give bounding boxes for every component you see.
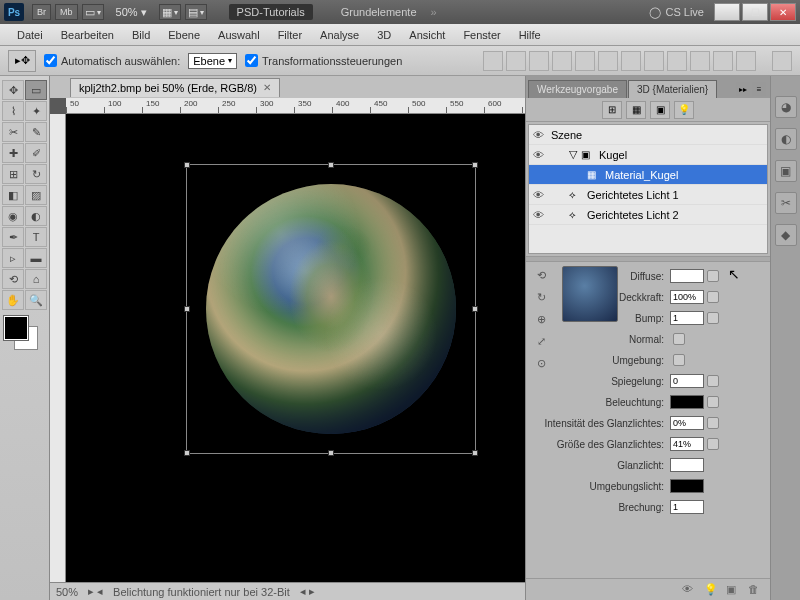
distribute-icon[interactable] <box>621 51 641 71</box>
crop-tool[interactable]: ✂ <box>2 122 24 142</box>
mat-tool-icon[interactable]: ↻ <box>532 288 550 306</box>
3d-camera-tool[interactable]: ⌂ <box>25 269 47 289</box>
texture-menu-icon[interactable] <box>707 270 719 282</box>
marquee-tool[interactable]: ▭ <box>25 80 47 100</box>
scene-tree[interactable]: 👁Szene 👁▽▣Kugel ▦Material_Kugel 👁⟡Gerich… <box>528 124 768 254</box>
tree-row-light1[interactable]: 👁⟡Gerichtetes Licht 1 <box>529 185 767 205</box>
3d-icon[interactable] <box>772 51 792 71</box>
panel-tab-3d[interactable]: 3D {Materialien} <box>628 80 717 98</box>
mat-tool-icon[interactable]: ⟲ <box>532 266 550 284</box>
swatches-panel-icon[interactable]: ◐ <box>775 128 797 150</box>
filter-scene-icon[interactable]: ⊞ <box>602 101 622 119</box>
color-swatches[interactable] <box>2 316 42 352</box>
blur-tool[interactable]: ◉ <box>2 206 24 226</box>
texture-menu-icon[interactable] <box>673 333 685 345</box>
visibility-icon[interactable]: 👁 <box>533 209 547 221</box>
panel-menu-icon[interactable]: ≡ <box>752 82 766 96</box>
workspace-crumb-1[interactable]: PSD-Tutorials <box>229 4 313 20</box>
render-icon[interactable]: 👁 <box>682 583 698 597</box>
transform-handle[interactable] <box>472 450 478 456</box>
minimize-button[interactable]: ─ <box>714 3 740 21</box>
menu-bild[interactable]: Bild <box>123 26 159 44</box>
lasso-tool[interactable]: ⌇ <box>2 101 24 121</box>
document-tab[interactable]: kplj2th2.bmp bei 50% (Erde, RGB/8) ✕ <box>70 78 280 97</box>
menu-filter[interactable]: Filter <box>269 26 311 44</box>
transform-handle[interactable] <box>184 162 190 168</box>
visibility-icon[interactable]: 👁 <box>533 129 547 141</box>
visibility-icon[interactable]: 👁 <box>533 189 547 201</box>
active-tool-icon[interactable]: ▸✥ <box>8 50 36 72</box>
adjustments-panel-icon[interactable]: ▣ <box>775 160 797 182</box>
panel-collapse-icon[interactable]: ▸▸ <box>736 82 750 96</box>
menu-ebene[interactable]: Ebene <box>159 26 209 44</box>
pen-tool[interactable]: ✒ <box>2 227 24 247</box>
dodge-tool[interactable]: ◐ <box>25 206 47 226</box>
filter-material-icon[interactable]: ▣ <box>650 101 670 119</box>
bump-input[interactable]: 1 <box>670 311 704 325</box>
material-preview[interactable] <box>562 266 618 322</box>
hand-tool[interactable]: ✋ <box>2 290 24 310</box>
menu-datei[interactable]: Datei <box>8 26 52 44</box>
tree-row-scene[interactable]: 👁Szene <box>529 125 767 145</box>
extras-dropdown[interactable]: ▤ <box>185 4 207 20</box>
refraction-input[interactable]: 1 <box>670 500 704 514</box>
menu-analyse[interactable]: Analyse <box>311 26 368 44</box>
texture-menu-icon[interactable] <box>673 354 685 366</box>
channels-panel-icon[interactable]: ◆ <box>775 224 797 246</box>
tree-row-sphere[interactable]: 👁▽▣Kugel <box>529 145 767 165</box>
gloss-size-input[interactable]: 41% <box>670 437 704 451</box>
heal-tool[interactable]: ✚ <box>2 143 24 163</box>
distribute-icon[interactable] <box>667 51 687 71</box>
diffuse-swatch[interactable] <box>670 269 704 283</box>
distribute-icon[interactable] <box>713 51 733 71</box>
arrange-dropdown[interactable]: ▦ <box>159 4 181 20</box>
stamp-tool[interactable]: ⊞ <box>2 164 24 184</box>
transform-handle[interactable] <box>184 306 190 312</box>
texture-menu-icon[interactable] <box>707 417 719 429</box>
tree-row-material[interactable]: ▦Material_Kugel <box>529 165 767 185</box>
tree-row-light2[interactable]: 👁⟡Gerichtetes Licht 2 <box>529 205 767 225</box>
filter-light-icon[interactable]: 💡 <box>674 101 694 119</box>
texture-menu-icon[interactable] <box>707 438 719 450</box>
canvas[interactable] <box>66 114 525 582</box>
transform-handle[interactable] <box>328 450 334 456</box>
screen-mode-dropdown[interactable]: ▭ <box>82 4 104 20</box>
menu-3d[interactable]: 3D <box>368 26 400 44</box>
zoom-select[interactable]: 50% ▾ <box>112 6 151 19</box>
auto-select-check[interactable]: Automatisch auswählen: <box>44 54 180 67</box>
gradient-tool[interactable]: ▨ <box>25 185 47 205</box>
maximize-button[interactable]: ☐ <box>742 3 768 21</box>
shape-tool[interactable]: ▬ <box>25 248 47 268</box>
align-icon[interactable] <box>552 51 572 71</box>
layers-panel-icon[interactable]: ✂ <box>775 192 797 214</box>
texture-menu-icon[interactable] <box>707 312 719 324</box>
ambient-swatch[interactable] <box>670 479 704 493</box>
transform-bounds[interactable] <box>186 164 476 454</box>
transform-handle[interactable] <box>472 162 478 168</box>
auto-select-dropdown[interactable]: Ebene <box>188 53 237 69</box>
wand-tool[interactable]: ✦ <box>25 101 47 121</box>
transform-handle[interactable] <box>328 162 334 168</box>
distribute-icon[interactable] <box>736 51 756 71</box>
mat-tool-icon[interactable]: ⊙ <box>532 354 550 372</box>
path-tool[interactable]: ▹ <box>2 248 24 268</box>
panel-tab-presets[interactable]: Werkzeugvorgabe <box>528 80 627 98</box>
delete-icon[interactable]: 🗑 <box>748 583 764 597</box>
visibility-icon[interactable]: 👁 <box>533 149 547 161</box>
color-panel-icon[interactable]: ◕ <box>775 96 797 118</box>
workspace-crumb-2[interactable]: Grundelemente <box>333 4 425 20</box>
texture-menu-icon[interactable] <box>707 375 719 387</box>
transform-handle[interactable] <box>472 306 478 312</box>
align-icon[interactable] <box>483 51 503 71</box>
illumination-swatch[interactable] <box>670 395 704 409</box>
menu-ansicht[interactable]: Ansicht <box>400 26 454 44</box>
zoom-tool[interactable]: 🔍 <box>25 290 47 310</box>
menu-hilfe[interactable]: Hilfe <box>510 26 550 44</box>
move-tool[interactable]: ✥ <box>2 80 24 100</box>
align-icon[interactable] <box>575 51 595 71</box>
light-toggle-icon[interactable]: 💡 <box>704 583 720 597</box>
reflection-input[interactable]: 0 <box>670 374 704 388</box>
transform-handle[interactable] <box>184 450 190 456</box>
menu-fenster[interactable]: Fenster <box>454 26 509 44</box>
close-button[interactable]: ✕ <box>770 3 796 21</box>
